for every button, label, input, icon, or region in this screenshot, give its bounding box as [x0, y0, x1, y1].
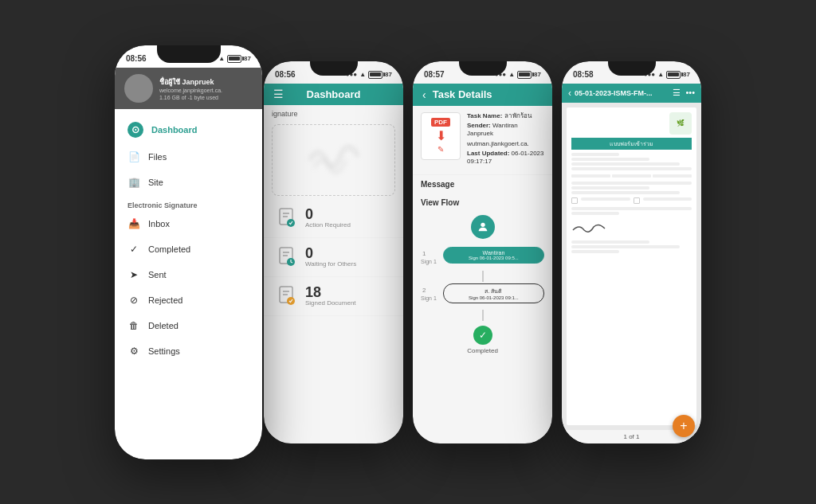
username: ชื่อผู้ใช้ Janpruek — [159, 76, 253, 88]
doc-line — [571, 240, 649, 244]
stat-action-required: 0 Action Required — [264, 199, 403, 238]
pdf-thumbnail: PDF ⬇ ✎ — [421, 112, 461, 160]
flow-item-1: 1 Sign 1 Wantiran Sign 06-01-2023 09:5..… — [421, 247, 544, 264]
flow-user-name-2: ส. สันติ — [450, 287, 537, 295]
phone-1-header: ชื่อผู้ใช้ Janpruek welcome.janpinkgoert… — [115, 68, 262, 109]
flow-connector-1 — [482, 271, 484, 282]
nav-rejected-label: Rejected — [148, 295, 182, 305]
signed-label: Signed Document — [305, 299, 392, 307]
back-button[interactable]: ‹ — [422, 88, 426, 101]
doc-line — [581, 197, 630, 201]
doc-footer: 1 of 1 + — [562, 430, 701, 443]
flow-user-name-1: Wantiran — [450, 250, 537, 256]
doc-line — [571, 162, 680, 166]
phone-3: 08:57 ●●● ▲ 87 ‹ Task Details PDF ⬇ — [413, 61, 552, 443]
doc-cell — [571, 174, 610, 178]
navigation: ⊙ Dashboard 📄 Files 🏢 Site Electronic Si… — [115, 109, 262, 459]
pdf-badge: PDF — [431, 118, 450, 127]
doc-cell — [653, 174, 692, 178]
nav-dashboard-label: Dashboard — [151, 125, 197, 135]
stat-action-info: 0 Action Required — [305, 207, 392, 229]
doc-checkbox-row — [571, 197, 692, 204]
doc-line — [571, 158, 649, 161]
pdf-icon: ⬇ — [436, 128, 446, 143]
user-info: ชื่อผู้ใช้ Janpruek welcome.janpinkgoert… — [159, 76, 253, 100]
doc-content — [571, 153, 692, 253]
doc-line — [571, 191, 680, 194]
flow-user-avatar — [471, 215, 495, 239]
battery-icon — [368, 71, 382, 79]
doc-header-icons: ☰ ••• — [673, 88, 695, 98]
action-required-icon — [275, 205, 297, 231]
stat-signed: 18 Signed Document — [264, 277, 403, 316]
phone-2-notch — [310, 61, 358, 76]
doc-line — [643, 197, 692, 201]
wifi-icon: ▲ — [657, 71, 664, 78]
phone-3-notch — [459, 61, 507, 76]
nav-deleted[interactable]: 🗑 Deleted — [115, 313, 262, 338]
sender-email: wutman.jlankgoert.ca. — [467, 140, 529, 147]
files-icon: 📄 — [128, 150, 140, 163]
page-info: 1 of 1 — [623, 433, 639, 440]
checkbox — [634, 197, 640, 204]
flow-step-1-meta: 1 Sign 1 — [421, 247, 437, 264]
list-view-icon[interactable]: ☰ — [673, 88, 681, 98]
rejected-icon: ⊘ — [128, 294, 140, 307]
task-name-label: Task Name: — [467, 112, 502, 119]
nav-site[interactable]: 🏢 Site — [115, 170, 262, 195]
doc-line — [571, 182, 692, 185]
phone-3-time: 08:57 — [424, 70, 445, 79]
wifi-icon: ▲ — [218, 55, 225, 62]
nav-files[interactable]: 📄 Files — [115, 144, 262, 170]
task-name-value: ลาพักร้อน — [504, 112, 532, 119]
esign-section-label: Electronic Signature — [115, 195, 262, 211]
nav-rejected[interactable]: ⊘ Rejected — [115, 287, 262, 313]
doc-line — [571, 245, 680, 248]
signed-icon — [275, 283, 297, 309]
nav-completed-label: Completed — [148, 244, 190, 254]
fab-button[interactable]: + — [673, 415, 695, 437]
step-1-label: Sign 1 — [421, 259, 437, 264]
dashboard-icon: ⊙ — [128, 122, 143, 138]
nav-completed[interactable]: ✓ Completed — [115, 236, 262, 262]
updated-row: Last Updated: 06-01-2023 09:17:17 — [467, 150, 544, 166]
completed-icon: ✓ — [128, 243, 140, 256]
fab-icon: + — [680, 419, 687, 433]
task-details-header: ‹ Task Details — [413, 84, 552, 106]
task-details-title: Task Details — [433, 88, 492, 100]
doc-title-bar: แบบฟอร์มเข้าร่วม — [571, 138, 692, 150]
battery-level: 87 — [683, 71, 690, 78]
waiting-icon — [275, 244, 297, 270]
more-options-icon[interactable]: ••• — [685, 88, 695, 98]
signed-count: 18 — [305, 285, 392, 299]
doc-logo-area: 🌿 — [571, 112, 692, 135]
phone-1-time: 08:56 — [126, 54, 147, 63]
nav-sent[interactable]: ➤ Sent — [115, 262, 262, 287]
sender-email-row: wutman.jlankgoert.ca. — [467, 140, 544, 148]
flow-complete: ✓ Completed — [421, 326, 544, 354]
deleted-icon: 🗑 — [128, 319, 140, 332]
flow-sign-box-2: ส. สันติ Sign 06-01-2023 09:1... — [443, 283, 544, 303]
step-2-number: 2 — [422, 287, 435, 294]
nav-inbox[interactable]: 📥 Inbox — [115, 211, 262, 236]
back-button[interactable]: ‹ — [568, 88, 571, 99]
wifi-icon: ▲ — [359, 71, 366, 78]
phones-container: 08:56 ●●● ▲ 87 ชื่อผู้ใช้ Janpruek welco… — [99, 29, 717, 475]
view-flow-section-label: View Flow — [413, 193, 552, 212]
nav-settings-label: Settings — [148, 346, 180, 356]
phone-4-notch — [608, 61, 656, 76]
phone-4-time: 08:58 — [573, 70, 594, 79]
pdf-edit-icon: ✎ — [437, 145, 444, 154]
waiting-label: Waiting for Others — [305, 260, 392, 268]
storage-info: 1.16 GB of -1 byte used — [159, 95, 253, 100]
message-section-label: Message — [413, 175, 552, 193]
nav-dashboard[interactable]: ⊙ Dashboard — [115, 115, 262, 144]
doc-view-area: 🌿 แบบฟอร์มเข้าร่วม — [562, 103, 701, 430]
stats-list: 0 Action Required 0 — [264, 199, 403, 316]
dashboard-header: ☰ Dashboard — [264, 84, 403, 105]
doc-line — [571, 153, 619, 156]
doc-line — [571, 207, 692, 210]
nav-deleted-label: Deleted — [148, 321, 178, 330]
menu-icon[interactable]: ☰ — [273, 88, 284, 100]
nav-settings[interactable]: ⚙ Settings — [115, 338, 262, 364]
